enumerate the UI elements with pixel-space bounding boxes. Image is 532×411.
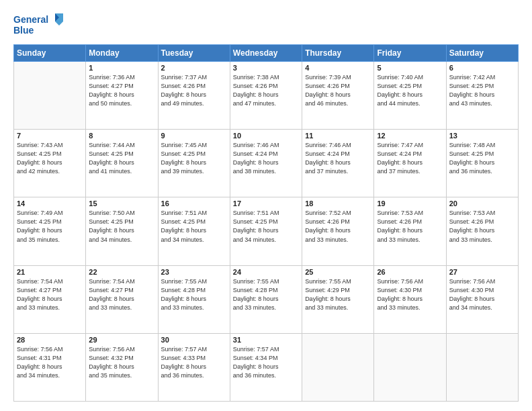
calendar-week-row: 21Sunrise: 7:54 AM Sunset: 4:27 PM Dayli… xyxy=(14,265,519,333)
calendar-cell: 9Sunrise: 7:45 AM Sunset: 4:25 PM Daylig… xyxy=(158,130,230,197)
day-number: 20 xyxy=(449,199,515,208)
day-info: Sunrise: 7:54 AM Sunset: 4:27 PM Dayligh… xyxy=(17,277,83,312)
calendar-cell: 27Sunrise: 7:56 AM Sunset: 4:30 PM Dayli… xyxy=(446,265,518,333)
calendar-cell: 13Sunrise: 7:48 AM Sunset: 4:25 PM Dayli… xyxy=(446,130,518,197)
day-number: 12 xyxy=(377,132,443,140)
day-info: Sunrise: 7:38 AM Sunset: 4:26 PM Dayligh… xyxy=(233,73,299,108)
calendar-day-header: Friday xyxy=(374,45,446,62)
calendar-cell: 8Sunrise: 7:44 AM Sunset: 4:25 PM Daylig… xyxy=(86,130,158,197)
day-info: Sunrise: 7:46 AM Sunset: 4:24 PM Dayligh… xyxy=(305,141,371,176)
calendar-week-row: 7Sunrise: 7:43 AM Sunset: 4:25 PM Daylig… xyxy=(14,130,519,197)
day-number: 23 xyxy=(161,268,227,276)
day-info: Sunrise: 7:54 AM Sunset: 4:27 PM Dayligh… xyxy=(89,277,154,312)
page: General Blue SundayMondayTuesdayWednesda… xyxy=(0,0,532,411)
calendar-cell xyxy=(14,62,86,130)
day-number: 7 xyxy=(17,132,83,140)
calendar-week-row: 1Sunrise: 7:36 AM Sunset: 4:27 PM Daylig… xyxy=(14,62,519,130)
calendar-day-header: Wednesday xyxy=(230,45,302,62)
day-info: Sunrise: 7:56 AM Sunset: 4:30 PM Dayligh… xyxy=(449,277,515,312)
day-number: 6 xyxy=(449,64,515,72)
day-info: Sunrise: 7:44 AM Sunset: 4:25 PM Dayligh… xyxy=(89,141,154,176)
day-info: Sunrise: 7:45 AM Sunset: 4:25 PM Dayligh… xyxy=(161,141,227,176)
day-number: 22 xyxy=(89,268,154,276)
calendar-cell: 14Sunrise: 7:49 AM Sunset: 4:25 PM Dayli… xyxy=(14,197,86,265)
day-number: 26 xyxy=(377,268,443,276)
day-info: Sunrise: 7:52 AM Sunset: 4:26 PM Dayligh… xyxy=(305,209,371,244)
day-info: Sunrise: 7:50 AM Sunset: 4:25 PM Dayligh… xyxy=(89,209,154,244)
calendar-table: SundayMondayTuesdayWednesdayThursdayFrid… xyxy=(13,44,519,402)
day-number: 31 xyxy=(233,336,299,344)
calendar-header-row: SundayMondayTuesdayWednesdayThursdayFrid… xyxy=(14,45,519,62)
day-number: 24 xyxy=(233,268,299,276)
calendar-cell: 28Sunrise: 7:56 AM Sunset: 4:31 PM Dayli… xyxy=(14,333,86,401)
calendar-cell: 22Sunrise: 7:54 AM Sunset: 4:27 PM Dayli… xyxy=(86,265,158,333)
calendar-week-row: 14Sunrise: 7:49 AM Sunset: 4:25 PM Dayli… xyxy=(14,197,519,265)
logo-icon: General Blue xyxy=(13,12,67,38)
day-info: Sunrise: 7:42 AM Sunset: 4:25 PM Dayligh… xyxy=(449,73,515,108)
calendar-cell: 29Sunrise: 7:56 AM Sunset: 4:32 PM Dayli… xyxy=(86,333,158,401)
day-number: 19 xyxy=(377,199,443,208)
calendar-cell: 26Sunrise: 7:56 AM Sunset: 4:30 PM Dayli… xyxy=(374,265,446,333)
day-number: 1 xyxy=(89,64,154,72)
calendar-cell: 12Sunrise: 7:47 AM Sunset: 4:24 PM Dayli… xyxy=(374,130,446,197)
day-info: Sunrise: 7:55 AM Sunset: 4:28 PM Dayligh… xyxy=(161,277,227,312)
day-info: Sunrise: 7:47 AM Sunset: 4:24 PM Dayligh… xyxy=(377,141,443,176)
calendar-cell: 24Sunrise: 7:55 AM Sunset: 4:28 PM Dayli… xyxy=(230,265,302,333)
calendar-day-header: Sunday xyxy=(14,45,86,62)
calendar-day-header: Tuesday xyxy=(158,45,230,62)
day-number: 10 xyxy=(233,132,299,140)
calendar-day-header: Monday xyxy=(86,45,158,62)
day-number: 9 xyxy=(161,132,227,140)
calendar-week-row: 28Sunrise: 7:56 AM Sunset: 4:31 PM Dayli… xyxy=(14,333,519,401)
day-info: Sunrise: 7:56 AM Sunset: 4:31 PM Dayligh… xyxy=(17,345,83,380)
day-number: 4 xyxy=(305,64,371,72)
svg-text:Blue: Blue xyxy=(13,25,34,36)
calendar-cell: 1Sunrise: 7:36 AM Sunset: 4:27 PM Daylig… xyxy=(86,62,158,130)
day-number: 8 xyxy=(89,132,154,140)
day-number: 13 xyxy=(449,132,515,140)
day-number: 18 xyxy=(305,199,371,208)
logo: General Blue xyxy=(13,12,70,38)
calendar-day-header: Thursday xyxy=(302,45,374,62)
day-number: 30 xyxy=(161,336,227,344)
day-info: Sunrise: 7:55 AM Sunset: 4:29 PM Dayligh… xyxy=(305,277,371,312)
day-number: 15 xyxy=(89,199,154,208)
calendar-cell: 18Sunrise: 7:52 AM Sunset: 4:26 PM Dayli… xyxy=(302,197,374,265)
day-number: 17 xyxy=(233,199,299,208)
calendar-cell: 10Sunrise: 7:46 AM Sunset: 4:24 PM Dayli… xyxy=(230,130,302,197)
day-number: 3 xyxy=(233,64,299,72)
calendar-cell: 16Sunrise: 7:51 AM Sunset: 4:25 PM Dayli… xyxy=(158,197,230,265)
calendar-cell: 21Sunrise: 7:54 AM Sunset: 4:27 PM Dayli… xyxy=(14,265,86,333)
day-info: Sunrise: 7:57 AM Sunset: 4:33 PM Dayligh… xyxy=(161,345,227,380)
calendar-cell: 23Sunrise: 7:55 AM Sunset: 4:28 PM Dayli… xyxy=(158,265,230,333)
calendar-cell: 4Sunrise: 7:39 AM Sunset: 4:26 PM Daylig… xyxy=(302,62,374,130)
day-info: Sunrise: 7:53 AM Sunset: 4:26 PM Dayligh… xyxy=(449,209,515,244)
day-number: 16 xyxy=(161,199,227,208)
calendar-cell: 25Sunrise: 7:55 AM Sunset: 4:29 PM Dayli… xyxy=(302,265,374,333)
day-number: 29 xyxy=(89,336,154,344)
calendar-cell: 19Sunrise: 7:53 AM Sunset: 4:26 PM Dayli… xyxy=(374,197,446,265)
day-info: Sunrise: 7:48 AM Sunset: 4:25 PM Dayligh… xyxy=(449,141,515,176)
header: General Blue xyxy=(13,12,519,38)
calendar-cell: 11Sunrise: 7:46 AM Sunset: 4:24 PM Dayli… xyxy=(302,130,374,197)
day-number: 2 xyxy=(161,64,227,72)
day-info: Sunrise: 7:36 AM Sunset: 4:27 PM Dayligh… xyxy=(89,73,154,108)
day-number: 14 xyxy=(17,199,83,208)
day-info: Sunrise: 7:53 AM Sunset: 4:26 PM Dayligh… xyxy=(377,209,443,244)
calendar-cell: 15Sunrise: 7:50 AM Sunset: 4:25 PM Dayli… xyxy=(86,197,158,265)
day-info: Sunrise: 7:56 AM Sunset: 4:32 PM Dayligh… xyxy=(89,345,154,380)
calendar-cell xyxy=(374,333,446,401)
day-number: 27 xyxy=(449,268,515,276)
calendar-cell xyxy=(302,333,374,401)
calendar-cell: 2Sunrise: 7:37 AM Sunset: 4:26 PM Daylig… xyxy=(158,62,230,130)
day-info: Sunrise: 7:51 AM Sunset: 4:25 PM Dayligh… xyxy=(161,209,227,244)
day-info: Sunrise: 7:51 AM Sunset: 4:25 PM Dayligh… xyxy=(233,209,299,244)
calendar-cell: 17Sunrise: 7:51 AM Sunset: 4:25 PM Dayli… xyxy=(230,197,302,265)
day-info: Sunrise: 7:57 AM Sunset: 4:34 PM Dayligh… xyxy=(233,345,299,380)
day-info: Sunrise: 7:56 AM Sunset: 4:30 PM Dayligh… xyxy=(377,277,443,312)
day-info: Sunrise: 7:46 AM Sunset: 4:24 PM Dayligh… xyxy=(233,141,299,176)
day-info: Sunrise: 7:40 AM Sunset: 4:25 PM Dayligh… xyxy=(377,73,443,108)
day-info: Sunrise: 7:43 AM Sunset: 4:25 PM Dayligh… xyxy=(17,141,83,176)
day-number: 21 xyxy=(17,268,83,276)
day-info: Sunrise: 7:39 AM Sunset: 4:26 PM Dayligh… xyxy=(305,73,371,108)
